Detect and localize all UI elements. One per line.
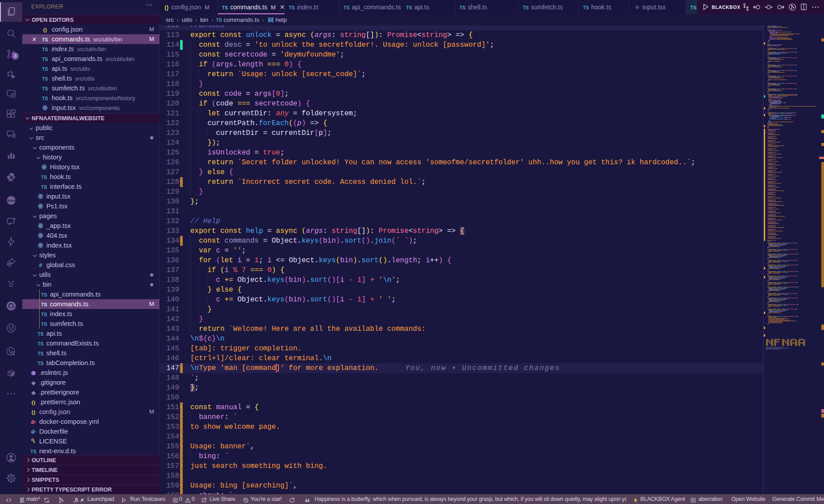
svg-text:Json: Json [7, 199, 16, 203]
